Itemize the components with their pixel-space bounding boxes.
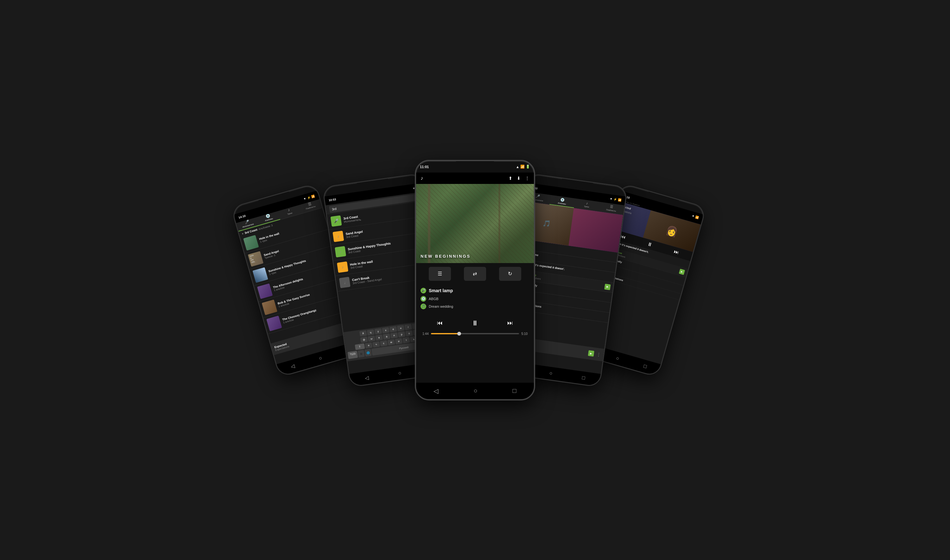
key-ye[interactable]: е (390, 326, 397, 332)
lang-label: Русский (399, 345, 409, 349)
back-nav-center[interactable]: ◁ (434, 387, 438, 395)
home-nav-l1[interactable]: ○ (398, 370, 402, 376)
key-g[interactable]: г (404, 324, 412, 330)
center-header: ♪ ⬆ ⬇ ⋮ (416, 172, 534, 184)
home-nav-r1[interactable]: ○ (549, 370, 553, 376)
home-nav-center[interactable]: ○ (473, 387, 477, 394)
track-album-icon: 🎵 (420, 303, 426, 309)
tracks-icon-r1: ♪ (586, 201, 588, 205)
music-icon-2: ♪ (339, 249, 342, 254)
recent-nav-center[interactable]: □ (513, 387, 516, 394)
recent-nav-r2[interactable]: □ (643, 363, 647, 369)
shuffle-btn-center[interactable]: ⇄ (464, 267, 486, 281)
wifi-icon-center: 📶 (520, 165, 525, 169)
key-y2[interactable]: ы (368, 335, 375, 342)
playing-r2: ▶ (679, 268, 685, 275)
screen-center: ♪ ⬆ ⬇ ⋮ NEW BEGINNINGS ☰ (416, 172, 534, 383)
album-thumb-2-l2 (253, 267, 268, 283)
track-artist-icon: 💿 (420, 296, 426, 302)
status-icons-center: ▲ 📶 🔋 (516, 165, 530, 169)
key-u[interactable]: у (374, 328, 382, 334)
playlist-btn-center[interactable]: ☰ (429, 267, 451, 281)
battery-icon-l2: ⚡ (306, 195, 311, 200)
key-ts[interactable]: ц (367, 329, 374, 335)
download-icon-center[interactable]: ⬇ (517, 176, 520, 181)
mini-more-btn-r1[interactable]: ⋮ (596, 351, 601, 357)
status-icons-r1: ▼ ⚡ 📶 (610, 197, 622, 202)
key-m[interactable]: м (387, 339, 395, 345)
album-art-center: NEW BEGINNINGS (416, 184, 534, 263)
music-icon-1: ♪ (337, 234, 339, 239)
progress-fill-center (431, 333, 461, 334)
phones-container: 14:10 ▼ ⚡ 📶 🎤 Исполнители 💿 Альбомы (32, 27, 918, 534)
result-thumb-1: ♪ (333, 231, 344, 242)
sun-overlay (253, 267, 268, 283)
next-btn-center[interactable]: ⏭ (504, 317, 516, 329)
phone-center: ♪ ⬆ ⬇ ⋮ NEW BEGINNINGS ☰ (415, 160, 535, 400)
repeat-btn-center[interactable]: ↻ (499, 267, 521, 281)
tab-tracks-label-r1: Треки (584, 205, 589, 208)
key-t[interactable]: т (402, 337, 410, 343)
key-p[interactable]: п (390, 332, 398, 338)
repeat-icon-center: ↻ (508, 271, 512, 277)
control-buttons-center: ☰ ⇄ ↻ (416, 263, 534, 285)
album-thumb-1-l2: SANDANGEL (248, 251, 263, 266)
signal-icon-r1: 📶 (617, 198, 621, 202)
status-icons-r2: ▼ 📶 (691, 214, 699, 219)
key-emoji[interactable]: ☺ (357, 350, 365, 358)
key-s[interactable]: с (380, 340, 388, 346)
progress-row-center: 1:44 5:10 (422, 332, 528, 335)
share-icon-center[interactable]: ⬆ (508, 176, 513, 181)
art-title-text: NEW BEGINNINGS (420, 254, 471, 258)
art-pipe2 (499, 184, 500, 263)
time-current-center: 1:44 (422, 332, 428, 335)
key-ya[interactable]: я (365, 342, 373, 349)
home-nav-r2[interactable]: ○ (615, 355, 620, 362)
mini-play-btn-r1[interactable]: ▶ (588, 350, 594, 357)
home-nav-l2[interactable]: ○ (318, 355, 323, 361)
tab-playlists-label-r1: Плейлисты (606, 209, 616, 212)
track-mic-icon: 🎤 (420, 288, 426, 294)
result-thumb-0: 🎤 (330, 215, 342, 227)
key-numbers[interactable]: ?123 (347, 351, 358, 359)
more-icon-center[interactable]: ⋮ (525, 176, 530, 181)
shuffle-icon-center: ⇄ (473, 271, 477, 277)
pause-btn-center[interactable]: ⏸ (469, 317, 481, 329)
progress-bar-center[interactable] (431, 333, 519, 334)
search-text-l1: 3rd (331, 207, 337, 211)
albums-icon-r1: 💿 (560, 197, 565, 202)
key-r[interactable]: р (398, 331, 405, 337)
art-overlay2 (416, 184, 534, 263)
wifi-icon-r1: ▼ (610, 197, 613, 200)
key-i[interactable]: и (395, 338, 402, 344)
signal-icon-r2: 📶 (695, 215, 699, 219)
battery-icon-r1: ⚡ (613, 197, 617, 201)
prev-btn-center[interactable]: ⏮ (434, 317, 446, 329)
key-f[interactable]: ф (360, 337, 368, 343)
key-k[interactable]: к (382, 327, 390, 333)
note-icon-center: ♪ (420, 175, 423, 181)
key-a[interactable]: а (383, 333, 390, 340)
collapse-arrow-l2[interactable]: ▾ (242, 232, 244, 235)
track-name-row: 🎤 Smart lamp (420, 288, 530, 294)
status-time-l1: 10:53 (328, 197, 336, 202)
status-time-l2: 14:10 (238, 214, 246, 219)
tab-albums-label-r1: Альбомы (557, 202, 566, 205)
key-v[interactable]: в (375, 334, 383, 341)
back-nav-l1[interactable]: ◁ (365, 374, 369, 381)
back-nav-l2[interactable]: ◁ (290, 363, 295, 370)
key-ch[interactable]: ч (373, 341, 380, 347)
key-y[interactable]: й (359, 330, 367, 337)
key-shift[interactable]: ⇧ (355, 343, 365, 350)
track-artist-row: 💿 ABGB (420, 296, 530, 302)
playing-indicator-r1: ▶ (604, 283, 611, 290)
key-n[interactable]: н (397, 325, 404, 331)
next-btn-r2[interactable]: ⏭ (673, 249, 679, 255)
tab-tracks-label-l2: Треки (287, 212, 293, 215)
pause-btn-r2[interactable]: ⏸ (647, 241, 653, 248)
result-thumb-4: ♩ (339, 277, 351, 288)
key-lang[interactable]: 🌐 (365, 349, 372, 357)
track-name-center: Smart lamp (429, 288, 453, 293)
recent-nav-r1[interactable]: □ (582, 375, 585, 381)
key-o[interactable]: о (405, 330, 413, 337)
